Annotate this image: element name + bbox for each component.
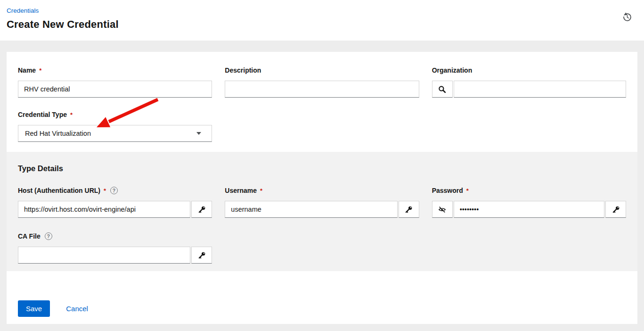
- password-label: Password *: [432, 186, 626, 195]
- page-title: Create New Credential: [7, 18, 634, 31]
- organization-input[interactable]: [454, 81, 626, 98]
- password-input[interactable]: [454, 201, 604, 218]
- key-icon: [612, 206, 620, 214]
- host-field-group: Host (Authentication URL) * ?: [18, 186, 212, 218]
- description-label-text: Description: [225, 66, 261, 74]
- ca-file-input[interactable]: [18, 247, 190, 264]
- description-label: Description: [225, 66, 419, 74]
- host-lookup-button[interactable]: [191, 201, 212, 218]
- page-header: Credentials Create New Credential: [0, 0, 644, 41]
- ca-file-field-group: CA File ?: [18, 232, 212, 264]
- ca-file-lookup-button[interactable]: [191, 247, 212, 264]
- credential-type-label-text: Credential Type: [18, 111, 67, 118]
- organization-search-button[interactable]: [432, 81, 453, 98]
- type-details-heading: Type Details: [18, 164, 626, 173]
- history-icon: [622, 12, 632, 22]
- required-asterisk: *: [70, 111, 73, 118]
- host-input[interactable]: [18, 201, 190, 218]
- history-button[interactable]: [621, 11, 633, 23]
- username-lookup-button[interactable]: [399, 201, 419, 218]
- credential-type-select[interactable]: Red Hat Virtualization: [18, 125, 212, 142]
- create-credential-card: Name * Description Organization: [7, 52, 637, 324]
- caret-down-icon: [196, 132, 201, 135]
- password-label-text: Password: [432, 187, 463, 194]
- required-asterisk: *: [260, 187, 262, 194]
- credential-type-label: Credential Type *: [18, 110, 212, 119]
- ca-file-label-text: CA File: [18, 232, 41, 240]
- form-actions: Save Cancel: [7, 300, 637, 317]
- ca-file-label: CA File ?: [18, 232, 212, 240]
- required-asterisk: *: [104, 187, 106, 194]
- required-asterisk: *: [466, 187, 469, 194]
- host-label: Host (Authentication URL) * ?: [18, 186, 212, 195]
- key-icon: [405, 206, 413, 214]
- organization-field-group: Organization: [432, 66, 626, 98]
- key-icon: [198, 206, 206, 214]
- description-input[interactable]: [225, 81, 419, 98]
- password-field-group: Password *: [432, 186, 626, 218]
- username-label: Username *: [225, 186, 419, 195]
- search-icon: [438, 85, 446, 93]
- type-details-section: Type Details Host (Authentication URL) *…: [7, 152, 637, 271]
- help-icon[interactable]: ?: [45, 232, 52, 240]
- breadcrumb-credentials-link[interactable]: Credentials: [7, 7, 39, 14]
- breadcrumb: Credentials: [7, 6, 634, 15]
- username-field-group: Username *: [225, 186, 419, 218]
- name-field-group: Name *: [18, 66, 212, 98]
- required-asterisk: *: [39, 67, 41, 74]
- help-icon[interactable]: ?: [110, 187, 118, 194]
- host-label-text: Host (Authentication URL): [18, 187, 100, 194]
- credential-type-selected-value: Red Hat Virtualization: [25, 130, 91, 137]
- username-input[interactable]: [225, 201, 397, 218]
- cancel-button[interactable]: Cancel: [66, 305, 88, 313]
- username-label-text: Username: [225, 187, 257, 194]
- save-button[interactable]: Save: [18, 300, 50, 317]
- password-lookup-button[interactable]: [605, 201, 626, 218]
- name-input[interactable]: [18, 81, 212, 98]
- key-icon: [198, 251, 206, 259]
- password-show-toggle-button[interactable]: [432, 201, 453, 218]
- credential-type-field-group: Credential Type * Red Hat Virtualization: [18, 110, 212, 142]
- name-label: Name *: [18, 66, 212, 74]
- organization-label-text: Organization: [432, 66, 473, 74]
- description-field-group: Description: [225, 66, 419, 98]
- name-label-text: Name: [18, 66, 36, 74]
- eye-slash-icon: [438, 205, 447, 214]
- organization-label: Organization: [432, 66, 626, 74]
